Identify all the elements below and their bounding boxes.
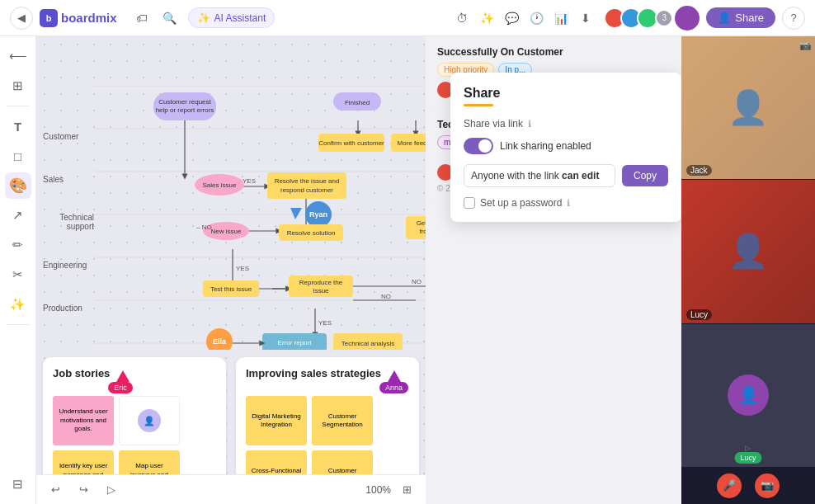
video-panel: 👤 Jack 📷 👤 Lucy 👤 ▷ — [681, 36, 815, 504]
search-icon-button[interactable]: 🔍 — [158, 7, 181, 30]
tool-shape[interactable]: □ — [5, 143, 31, 169]
history-icon-button[interactable]: 🕐 — [525, 7, 548, 30]
svg-text:More feedback: More feedback — [398, 139, 426, 147]
logo: b boardmix — [40, 9, 117, 27]
svg-text:from customer: from customer — [419, 228, 426, 235]
lucy-float-label: Lucy — [734, 452, 761, 464]
help-button[interactable]: ? — [782, 7, 805, 30]
cursor-tool-button[interactable]: ▷ — [101, 479, 122, 501]
tool-grid[interactable]: ⊞ — [5, 73, 31, 99]
password-row: Set up a password ℹ — [464, 197, 668, 209]
ai-assistant-button[interactable]: ✨ AI Assistant — [188, 7, 276, 28]
sticky-1: Understand user motivations and goals. — [53, 396, 114, 445]
nav-extra-icons: ⏱ ✨ 💬 🕐 📊 ⬇ — [450, 7, 597, 30]
back-button[interactable]: ◀ — [10, 7, 33, 30]
undo-button[interactable]: ↩ — [45, 479, 66, 501]
chat-icon-button[interactable]: 💬 — [500, 7, 523, 30]
user-video-avatar: 👤 — [728, 374, 769, 416]
video-tile-3: 👤 ▷ Lucy — [681, 324, 815, 468]
share-via-link-text: Share via link — [464, 118, 523, 130]
video-controls: 🎤 📷 — [681, 468, 815, 504]
tool-pen[interactable]: ✏ — [5, 232, 31, 258]
mute-mic-button[interactable]: 🎤 — [717, 473, 742, 498]
svg-text:respond customer: respond customer — [280, 186, 333, 194]
toggle-row: Link sharing enabled — [464, 138, 668, 154]
permission-select[interactable]: Anyone with the link can edit — [464, 164, 615, 187]
row-label-customer: Customer — [43, 115, 94, 158]
video-tile-lucy: 👤 Lucy — [681, 180, 815, 323]
tool-layers[interactable]: ⊟ — [5, 471, 31, 497]
svg-text:Reproduce the: Reproduce the — [299, 279, 343, 286]
permission-text: Anyone with the link can edit — [471, 170, 599, 181]
jack-silhouette: 👤 — [728, 88, 769, 127]
improving-sales-title: Improving sales strategies — [246, 367, 381, 379]
left-toolbar: ⟵ ⊞ T □ 🎨 ↗ ✏ ✂ ✨ ⊟ — [0, 36, 36, 504]
lucy-silhouette: 👤 — [728, 232, 769, 271]
toggle-thumb — [478, 139, 492, 153]
canvas-area[interactable]: Customer Sales Technical support Enginee… — [36, 36, 426, 504]
user-avatar[interactable] — [675, 6, 700, 31]
main-area: ⟵ ⊞ T □ 🎨 ↗ ✏ ✂ ✨ ⊟ Customer Sales Techn… — [0, 36, 815, 504]
tool-text[interactable]: T — [5, 113, 31, 139]
lucy-name-badge: Lucy — [686, 309, 712, 320]
zoom-level: 100% — [365, 484, 391, 496]
tool-color[interactable]: 🎨 — [5, 172, 31, 199]
password-checkbox[interactable] — [464, 197, 475, 209]
nav-right-section: ⏱ ✨ 💬 🕐 📊 ⬇ 3 👤 Share ? — [450, 6, 805, 31]
panel-with-video: Share Share via link ℹ Link sharing enab… — [426, 36, 815, 504]
job-stories-title: Job stories — [53, 367, 110, 379]
ai-label: AI Assistant — [214, 12, 266, 24]
svg-text:YES: YES — [236, 265, 249, 272]
tag-icon-button[interactable]: 🏷 — [130, 7, 153, 30]
timer-icon-button[interactable]: ⏱ — [450, 7, 473, 30]
svg-text:Resolve the issue and: Resolve the issue and — [275, 177, 340, 185]
password-label: Set up a password — [480, 197, 562, 209]
row-label-sales: Sales — [43, 158, 94, 200]
tool-scissors[interactable]: ✂ — [5, 261, 31, 288]
redo-button[interactable]: ↪ — [73, 479, 94, 501]
info-icon: ℹ — [528, 119, 531, 130]
svg-text:Issue: Issue — [313, 287, 329, 294]
tool-effects[interactable]: ✨ — [5, 291, 31, 318]
anna-cursor-icon — [388, 370, 401, 382]
svg-text:Customer request: Customer request — [158, 98, 211, 106]
avatar-sticky: 👤 — [138, 409, 161, 432]
link-sharing-toggle[interactable] — [464, 138, 493, 154]
svg-text:Sales issue: Sales issue — [203, 181, 237, 189]
copy-button[interactable]: Copy — [622, 165, 668, 186]
ai-icon: ✨ — [197, 12, 210, 24]
share-via-link-label: Share via link ℹ — [464, 118, 668, 130]
logo-text: boardmix — [61, 11, 117, 25]
svg-text:Resolve solution: Resolve solution — [287, 229, 336, 237]
lucy-video-bg: 👤 — [681, 180, 815, 323]
video-tile-jack: 👤 Jack 📷 — [681, 36, 815, 180]
svg-text:Test this issue: Test this issue — [210, 285, 252, 293]
camera-button[interactable]: 📷 — [755, 473, 780, 498]
tool-connect[interactable]: ↗ — [5, 202, 31, 228]
share-icon: 👤 — [718, 12, 731, 24]
more-icon-button[interactable]: ⬇ — [574, 7, 597, 30]
svg-text:YES: YES — [243, 177, 256, 185]
jack-name-badge: Jack — [686, 165, 712, 176]
effects-icon-button[interactable]: ✨ — [475, 7, 498, 30]
svg-text:Ella: Ella — [213, 337, 227, 346]
svg-text:NO: NO — [381, 293, 391, 300]
eric-label: Eric — [108, 382, 133, 393]
tool-select[interactable]: ⟵ — [5, 43, 31, 69]
canvas-bottom-tools: ↩ ↪ ▷ — [45, 479, 122, 501]
grid-view-button[interactable]: ⊞ — [396, 479, 417, 501]
share-label: Share — [735, 12, 764, 24]
toggle-label: Link sharing enabled — [500, 140, 591, 152]
cards-panel: Share Share via link ℹ Link sharing enab… — [426, 36, 681, 504]
eric-cursor-icon — [116, 370, 130, 382]
share-underline — [464, 104, 493, 106]
anna-label: Anna — [379, 382, 408, 393]
share-button[interactable]: 👤 Share — [706, 7, 775, 28]
row-label-engineering: Engineering — [43, 243, 94, 286]
svg-text:YES: YES — [318, 319, 332, 327]
chart-icon-button[interactable]: 📊 — [549, 7, 572, 30]
toolbar-divider-2 — [7, 324, 30, 325]
avatar-group: 3 — [604, 7, 673, 29]
sales-sticky-2: Customer Segmentation — [312, 396, 373, 445]
zoom-info: 100% ⊞ — [365, 479, 417, 501]
